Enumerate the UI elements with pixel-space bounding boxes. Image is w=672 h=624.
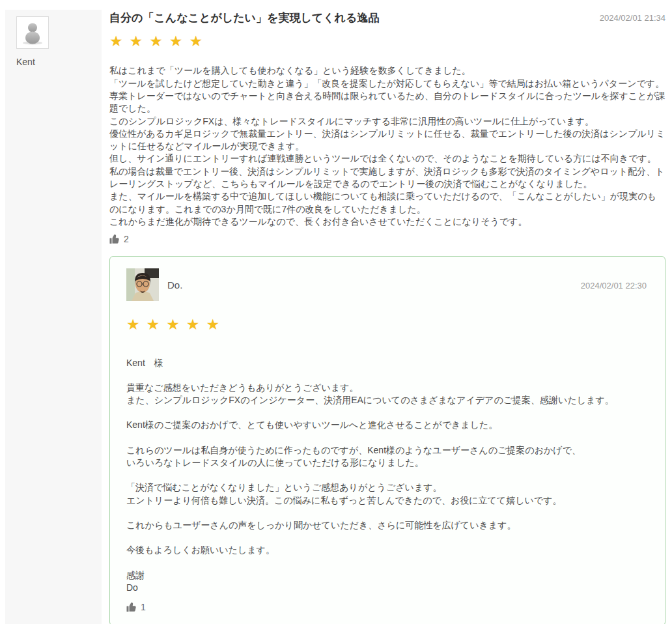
reply-paragraph: これからもユーザーさんの声をしっかり聞かせていただき、さらに可能性を広げていきま… [126,519,647,532]
person-silhouette-icon [17,39,48,50]
reply-paragraph: 貴重なご感想をいただきどうもありがとうございます。 また、シンプルロジックFXの… [126,382,647,407]
reviewer-sidebar: Kent [5,10,102,624]
reply-author-name: Do. [167,279,182,291]
review-title: 自分の「こんなことがしたい」を実現してくれる逸品 [109,11,379,25]
reply-star-rating: ★★★★★ [126,317,647,333]
reply-like-button[interactable]: 1 [126,602,647,612]
thumbs-up-icon [109,234,120,244]
reviewer-name: Kent [16,57,102,67]
reply-header: Do. 2024/02/01 22:30 [126,268,647,301]
reply-author-avatar [126,268,159,301]
reviewer-avatar [16,16,49,49]
reply-timestamp: 2024/02/01 22:30 [581,279,647,291]
reply-signature: 感謝 Do [126,569,647,595]
review-like-count: 2 [124,234,129,244]
reply-box: Do. 2024/02/01 22:30 ★★★★★ Kent 様 貴重なご感想… [109,256,665,624]
review-thread: Kent 自分の「こんなことがしたい」を実現してくれる逸品 2024/02/01… [0,0,672,624]
review-body-text: 私はこれまで「ツールを購入しても使わなくなる」という経験を数多くしてきました。 … [109,64,665,228]
reply-body: Kent 様 貴重なご感想をいただきどうもありがとうございます。 また、シンプル… [126,357,647,595]
reply-like-count: 1 [141,602,146,612]
reply-paragraph: 「決済で悩むことがなくなりました」というご感想ありがとうございます。 エントリー… [126,481,647,507]
reply-paragraph: Kent様のご提案のおかげで、とても使いやすいツールへと進化させることができまし… [126,419,647,431]
review-header: 自分の「こんなことがしたい」を実現してくれる逸品 2024/02/01 21:3… [109,11,665,25]
reply-paragraph: 今後もよろしくお願いいたします。 [126,544,647,556]
thumbs-up-icon [126,602,137,612]
reply-greeting: Kent 様 [126,357,647,369]
review-timestamp: 2024/02/01 21:34 [600,11,665,23]
reply-paragraph: これらのツールは私自身が使うために作ったものですが、Kent様のようなユーザーさ… [126,444,647,470]
review-star-rating: ★★★★★ [109,33,665,50]
review-main: 自分の「こんなことがしたい」を実現してくれる逸品 2024/02/01 21:3… [109,10,665,624]
portrait-photo-icon [126,292,159,301]
review-like-button[interactable]: 2 [109,234,665,244]
